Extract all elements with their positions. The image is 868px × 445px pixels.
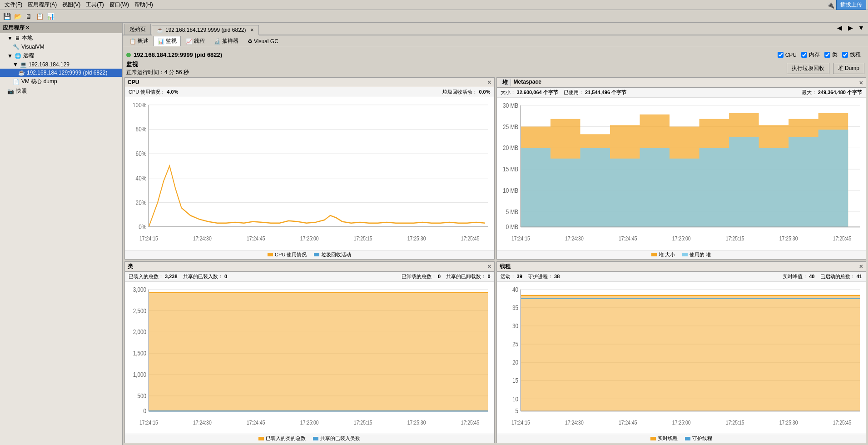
shared-unloaded-value: 0 [487, 274, 490, 279]
svg-text:17:24:45: 17:24:45 [247, 235, 265, 242]
sidebar-item-remote[interactable]: ▼ 🌐 远程 [0, 51, 122, 60]
svg-text:20: 20 [512, 358, 518, 366]
cpu-chart-svg: 100% 80% 60% 40% 20% 0% 17:24:15 17:24:3… [125, 97, 494, 250]
menu-app[interactable]: 应用程序(A) [25, 0, 60, 10]
svg-text:17:24:45: 17:24:45 [618, 419, 637, 426]
svg-text:100%: 100% [133, 101, 146, 109]
heap-tab-metaspace[interactable]: Metaspace [511, 79, 544, 86]
thread-close-button[interactable]: × [859, 263, 863, 270]
tab-close-icon[interactable]: × [251, 27, 254, 33]
sampler-icon: 🔬 [214, 38, 221, 45]
svg-text:0 MB: 0 MB [506, 223, 518, 231]
sec-tab-sampler[interactable]: 🔬 抽样器 [210, 36, 243, 46]
checkbox-memory[interactable]: 内存 [801, 51, 820, 59]
sidebar-item-snapshot[interactable]: 📷 快照 [0, 86, 122, 96]
thread-checkbox[interactable] [842, 52, 848, 58]
sec-tab-overview[interactable]: 📋 概述 [125, 36, 153, 46]
svg-marker-95 [521, 295, 860, 411]
svg-text:40%: 40% [136, 174, 147, 182]
unloaded-value: 0 [438, 274, 441, 279]
class-legend: 已装入的类的总数 共享的已装入类数 [125, 434, 494, 443]
remote-icon: 🌐 [15, 53, 21, 59]
legend-class-shared-color [313, 437, 318, 440]
heap-tab-heap[interactable]: 堆 [500, 79, 511, 86]
svg-text:17:25:00: 17:25:00 [300, 419, 319, 426]
overview-icon: 📋 [129, 38, 136, 45]
active-value: 39 [517, 274, 522, 279]
toolbar-open[interactable]: 📂 [13, 11, 23, 21]
checkbox-thread[interactable]: 线程 [842, 51, 861, 59]
legend-heap-used-color [682, 253, 688, 256]
local-icon: 🖥 [15, 35, 20, 41]
gc-button[interactable]: 执行垃圾回收 [787, 63, 829, 74]
memory-checkbox[interactable] [801, 52, 807, 58]
sidebar-item-core[interactable]: 📄 VM 核心 dump [0, 77, 122, 86]
class-chart-body: 3,000 2,500 2,000 1,500 1,000 500 0 17:2… [125, 282, 494, 434]
svg-text:25 MB: 25 MB [503, 123, 518, 130]
nav-prev-button[interactable]: ◀ [834, 23, 844, 33]
main-tabbar: 起始页 ☕ 192.168.184.129:9999 (pid 6822) × … [123, 23, 868, 35]
menu-tools[interactable]: 工具(T) [83, 0, 106, 10]
visualgc-label: Visual GC [254, 38, 278, 45]
sec-tab-threads[interactable]: 📈 线程 [182, 36, 209, 46]
toolbar-new[interactable]: 💾 [2, 11, 12, 21]
cpu-gc-value: 0.0% [479, 89, 490, 95]
svg-text:17:25:00: 17:25:00 [672, 419, 690, 426]
toolbar-paste[interactable]: 📊 [45, 11, 55, 21]
toolbar-cut[interactable]: 📋 [35, 11, 45, 21]
cpu-gc-label: 垃圾回收活动： 0.0% [442, 89, 490, 95]
heap-panel: 堆 Metaspace × 大小： 32,600,064 个字节 已使用： 21… [496, 77, 867, 260]
peak-label: 实时峰值： [783, 274, 808, 279]
class-checkbox[interactable] [824, 52, 830, 58]
tab-process[interactable]: ☕ 192.168.184.129:9999 (pid 6822) × [152, 25, 259, 35]
sidebar-item-local[interactable]: ▼ 🖥 本地 [0, 33, 122, 43]
sec-tab-visualgc[interactable]: ♻ Visual GC [243, 37, 283, 46]
svg-text:60%: 60% [136, 150, 147, 158]
charts-grid: CPU × CPU 使用情况： 4.0% 垃圾回收活动： 0.0% [124, 77, 866, 443]
legend-thread-live: 实时线程 [650, 435, 678, 442]
class-close-button[interactable]: × [487, 263, 491, 270]
svg-text:17:25:15: 17:25:15 [725, 235, 744, 242]
tab-process-label: 192.168.184.129:9999 (pid 6822) [165, 27, 246, 33]
legend-thread-live-label: 实时线程 [658, 435, 678, 442]
toolbar-save[interactable]: 🖥 [24, 11, 34, 21]
connect-button[interactable]: 插拔上传 [836, 0, 866, 10]
heap-dump-button[interactable]: 堆 Dump [833, 63, 864, 74]
nav-menu-button[interactable]: ▼ [856, 23, 866, 33]
legend-class-total-color [258, 437, 264, 440]
heap-legend: 堆 大小 使用的 堆 [497, 250, 866, 259]
tab-home-label: 起始页 [129, 25, 146, 33]
daemon-label: 守护进程： [528, 274, 553, 279]
legend-gc-color [314, 253, 319, 256]
menu-view[interactable]: 视图(V) [60, 0, 83, 10]
cpu-checkbox[interactable] [778, 52, 784, 58]
svg-text:17:24:30: 17:24:30 [193, 235, 212, 242]
svg-text:17:24:15: 17:24:15 [139, 419, 158, 426]
svg-text:15 MB: 15 MB [503, 165, 518, 173]
thread-panel-header: 线程 × [497, 262, 866, 272]
checkbox-class[interactable]: 类 [824, 51, 838, 59]
cpu-close-button[interactable]: × [487, 79, 491, 86]
svg-text:5 MB: 5 MB [506, 208, 518, 216]
sec-tab-monitor[interactable]: 📊 监视 [154, 36, 181, 46]
sidebar-item-visualvm[interactable]: 🔧 VisualVM [0, 43, 122, 51]
checkbox-cpu[interactable]: CPU [778, 52, 797, 58]
menu-file[interactable]: 文件(F) [2, 0, 25, 10]
menu-help[interactable]: 帮助(H) [132, 0, 156, 10]
tab-home[interactable]: 起始页 [124, 24, 151, 35]
sidebar-item-process[interactable]: ☕ 192.168.184.129:9999 (pid 6822) [0, 69, 122, 77]
nav-next-button[interactable]: ▶ [845, 23, 855, 33]
process-icon: ☕ [18, 70, 25, 76]
process-label: 192.168.184.129:9999 (pid 6822) [27, 70, 108, 76]
thread-legend: 实时线程 守护线程 [497, 434, 866, 443]
sidebar-item-ip[interactable]: ▼ 💻 192.168.184.129 [0, 60, 122, 69]
svg-text:0%: 0% [139, 223, 146, 231]
svg-text:17:25:45: 17:25:45 [461, 235, 480, 242]
svg-text:1,500: 1,500 [133, 349, 147, 357]
legend-thread-daemon-color [685, 437, 690, 440]
legend-heap-used-label: 使用的 堆 [689, 251, 711, 258]
thread-chart-svg: 40 35 30 25 20 15 10 5 17:24:15 17:24:30… [497, 282, 866, 434]
heap-close-button[interactable]: × [859, 79, 863, 86]
menu-window[interactable]: 窗口(W) [107, 0, 132, 10]
svg-text:17:25:30: 17:25:30 [407, 419, 426, 426]
